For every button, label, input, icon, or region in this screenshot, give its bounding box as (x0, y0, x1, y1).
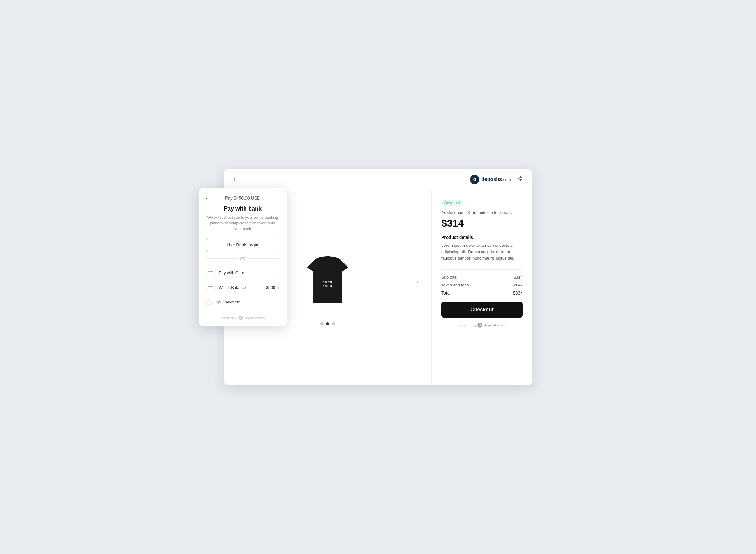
wallet-icon (206, 285, 215, 291)
pay-with-card-option[interactable]: Pay with Card › (206, 266, 279, 280)
modal-divider: OR (206, 257, 279, 261)
subtotal-value: $314 (514, 275, 523, 280)
nav-right: d deposits.com (470, 175, 523, 184)
wallet-balance-value: $500 (266, 285, 275, 290)
product-description: Lorem ipsum dolor sit amet, consectetur … (441, 242, 523, 262)
checkout-button[interactable]: Checkout (441, 302, 523, 318)
deposits-logo: d deposits.com (470, 175, 511, 184)
wallet-balance-option[interactable]: Wallet Balance $500 › (206, 280, 279, 295)
dot-2[interactable] (326, 322, 329, 326)
price-breakdown: Sub total $314 Taxes and fees $9.42 Tota… (441, 269, 523, 295)
footer-secured-text: secured by (221, 316, 238, 320)
footer-brand-name: deposits.com (244, 316, 265, 320)
svg-text:BORN: BORN (323, 281, 333, 284)
outer-container: ‹ d deposits.com (224, 169, 532, 385)
brand-icon: d (470, 175, 479, 184)
svg-line-4 (519, 177, 521, 178)
footer-brand-icon: d (239, 316, 243, 320)
nav-back-icon[interactable]: ‹ (233, 176, 235, 183)
divider-line-right (248, 259, 279, 259)
divider-text: OR (240, 257, 245, 261)
split-payment-option[interactable]: Split payment › (206, 295, 279, 310)
powered-brand-icon: d (477, 323, 482, 328)
svg-text:SCUM: SCUM (323, 285, 333, 288)
divider-line-left (206, 259, 238, 259)
carousel-next-icon[interactable]: › (416, 278, 419, 285)
nav-bar: ‹ d deposits.com (224, 169, 532, 190)
taxes-label: Taxes and fees (441, 283, 469, 287)
wallet-balance-label: Wallet Balance (219, 285, 266, 290)
product-name: Product name & attributes in full detail… (441, 210, 523, 215)
taxes-row: Taxes and fees $9.42 (441, 283, 523, 287)
dot-3[interactable] (332, 322, 335, 326)
split-payment-label: Split payment (216, 300, 278, 304)
powered-brand-name: deposits.com (484, 323, 506, 327)
svg-line-3 (519, 179, 521, 180)
modal-header: ‹ Pay $450.00 USD (206, 196, 279, 201)
total-label: Total (441, 290, 451, 295)
split-payment-chevron: › (278, 300, 279, 305)
pay-with-card-label: Pay with Card (219, 270, 278, 275)
use-bank-login-button[interactable]: Use Bank Login (206, 238, 279, 252)
wallet-balance-chevron: › (278, 285, 279, 290)
subtotal-row: Sub total $314 (441, 275, 523, 280)
carousel-dots (321, 322, 335, 326)
brand-name: deposits.com (481, 177, 511, 182)
modal-header-title: Pay $450.00 USD (206, 196, 279, 201)
product-details: Available Product name & attributes in f… (431, 190, 532, 385)
dot-1[interactable] (321, 322, 324, 326)
modal-footer: secured by d deposits.com (206, 316, 279, 320)
clock-icon (206, 299, 212, 305)
product-details-heading: Product details (441, 235, 523, 240)
total-value: $334 (513, 290, 523, 295)
available-badge: Available (441, 200, 463, 206)
modal-subtitle: We will redirect you to your online bank… (206, 215, 279, 232)
modal-back-icon[interactable]: ‹ (206, 195, 208, 201)
product-price: $314 (441, 218, 523, 229)
payment-modal: ‹ Pay $450.00 USD Pay with bank We will … (198, 188, 287, 326)
share-icon[interactable] (517, 175, 523, 183)
pay-with-card-chevron: › (278, 270, 279, 275)
product-image: BORN SCUM (296, 250, 359, 313)
modal-section-title: Pay with bank (206, 206, 279, 212)
taxes-value: $9.42 (512, 283, 523, 287)
total-row: Total $334 (441, 290, 523, 295)
powered-by: powered by d deposits.com (441, 323, 523, 328)
subtotal-label: Sub total (441, 275, 457, 280)
card-icon (206, 270, 215, 276)
powered-text: powered by (459, 323, 476, 327)
